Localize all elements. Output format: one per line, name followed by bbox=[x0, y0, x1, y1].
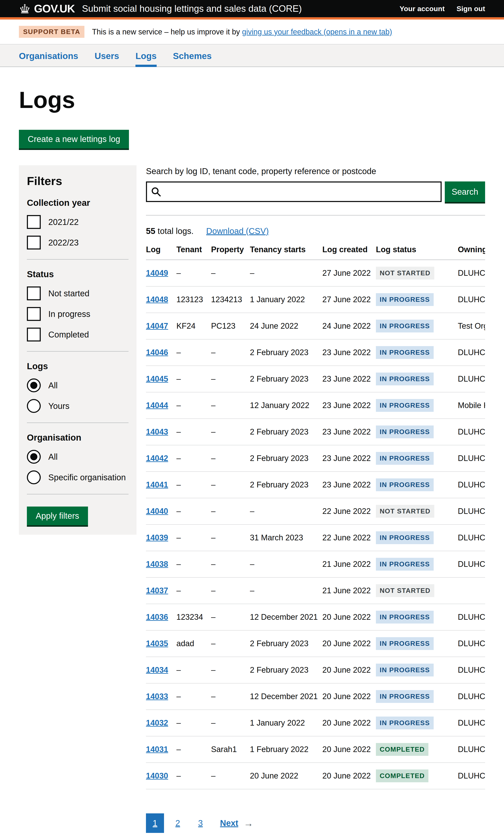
radio-label: All bbox=[48, 381, 58, 390]
pagination: 1 2 3 Next → bbox=[146, 813, 485, 833]
owning-organisation-cell: Test Organisation bbox=[458, 313, 485, 339]
tenant-cell: – bbox=[176, 684, 211, 710]
property-cell: Sarah1 bbox=[211, 736, 250, 763]
log-created-cell: 21 June 2022 bbox=[322, 551, 376, 577]
log-created-cell: 20 June 2022 bbox=[322, 763, 376, 789]
download-csv-link[interactable]: Download (CSV) bbox=[206, 226, 269, 236]
tenancy-starts-cell: 2 February 2023 bbox=[250, 472, 322, 498]
owning-organisation-cell: DLUHC bbox=[458, 551, 485, 577]
your-account-link[interactable]: Your account bbox=[400, 5, 445, 13]
table-row: 14033 – – 12 December 2021 20 June 2022 … bbox=[146, 684, 485, 710]
filter-divider bbox=[27, 423, 128, 423]
table-row: 14032 – – 1 January 2022 20 June 2022 IN… bbox=[146, 710, 485, 736]
primary-nav-link[interactable]: Users bbox=[95, 44, 119, 66]
primary-nav-link[interactable]: Organisations bbox=[19, 44, 78, 66]
govuk-header: GOV.UK Submit social housing lettings an… bbox=[0, 0, 504, 20]
results-divider bbox=[146, 215, 485, 216]
collection-year-option[interactable]: 2021/22 bbox=[27, 215, 128, 229]
log-created-cell: 27 June 2022 bbox=[322, 260, 376, 286]
log-link[interactable]: 14040 bbox=[146, 507, 168, 515]
owning-organisation-cell: DLUHC Test Organisation bbox=[458, 736, 485, 763]
crown-icon bbox=[19, 4, 31, 14]
tenant-cell: – bbox=[176, 260, 211, 286]
logs-option[interactable]: Yours bbox=[27, 399, 128, 413]
pagination-page-link[interactable]: 3 bbox=[191, 813, 209, 833]
status-heading: Status bbox=[27, 269, 128, 279]
owning-organisation-cell: DLUHC Test Organisation bbox=[458, 339, 485, 366]
table-row: 14049 – – – 27 June 2022 NOT STARTED DLU… bbox=[146, 260, 485, 286]
radio-button[interactable] bbox=[27, 379, 41, 392]
log-created-cell: 23 June 2022 bbox=[322, 472, 376, 498]
pagination-page-link[interactable]: 1 bbox=[146, 813, 164, 833]
tenant-cell: 123123 bbox=[176, 286, 211, 313]
header-logo-group[interactable]: GOV.UK Submit social housing lettings an… bbox=[19, 2, 302, 15]
log-link[interactable]: 14035 bbox=[146, 639, 168, 648]
tenant-cell: – bbox=[176, 710, 211, 736]
log-link[interactable]: 14032 bbox=[146, 718, 168, 727]
log-link[interactable]: 14041 bbox=[146, 480, 168, 489]
status-option[interactable]: Not started bbox=[27, 286, 128, 300]
primary-nav-link[interactable]: Logs bbox=[136, 44, 157, 66]
pagination-next-link[interactable]: Next bbox=[220, 818, 238, 828]
log-link[interactable]: 14038 bbox=[146, 560, 168, 569]
log-created-cell: 23 June 2022 bbox=[322, 445, 376, 472]
search-input[interactable] bbox=[146, 181, 442, 202]
property-cell: – bbox=[211, 419, 250, 445]
log-link[interactable]: 14048 bbox=[146, 295, 168, 304]
service-name[interactable]: Submit social housing lettings and sales… bbox=[82, 3, 302, 14]
radio-button[interactable] bbox=[27, 470, 41, 484]
tenancy-starts-cell: 1 January 2022 bbox=[250, 710, 322, 736]
organisation-option[interactable]: Specific organisation bbox=[27, 470, 128, 484]
log-link[interactable]: 14030 bbox=[146, 771, 168, 780]
table-row: 14039 – – 31 March 2023 22 June 2022 IN … bbox=[146, 525, 485, 551]
search-button[interactable]: Search bbox=[445, 181, 485, 202]
sign-out-link[interactable]: Sign out bbox=[457, 5, 485, 13]
log-link[interactable]: 14049 bbox=[146, 269, 168, 278]
log-link[interactable]: 14043 bbox=[146, 427, 168, 436]
primary-nav-list: Organisations Users Logs Schemes bbox=[19, 44, 485, 66]
tenant-cell: – bbox=[176, 763, 211, 789]
log-link[interactable]: 14037 bbox=[146, 586, 168, 595]
pagination-page-link[interactable]: 2 bbox=[169, 813, 187, 833]
radio-button[interactable] bbox=[27, 450, 41, 464]
filter-divider bbox=[27, 259, 128, 260]
status-option[interactable]: In progress bbox=[27, 307, 128, 321]
checkbox[interactable] bbox=[27, 215, 41, 229]
tenancy-starts-cell: 12 December 2021 bbox=[250, 684, 322, 710]
logs-option[interactable]: All bbox=[27, 379, 128, 392]
log-created-cell: 21 June 2022 bbox=[322, 577, 376, 604]
organisation-heading: Organisation bbox=[27, 433, 128, 443]
primary-nav-link[interactable]: Schemes bbox=[173, 44, 212, 66]
create-lettings-log-button[interactable]: Create a new lettings log bbox=[19, 130, 129, 148]
log-link[interactable]: 14034 bbox=[146, 666, 168, 674]
tenant-cell: – bbox=[176, 419, 211, 445]
tenancy-starts-cell: 20 June 2022 bbox=[250, 763, 322, 789]
checkbox[interactable] bbox=[27, 328, 41, 342]
log-link[interactable]: 14045 bbox=[146, 374, 168, 383]
checkbox[interactable] bbox=[27, 307, 41, 321]
log-link[interactable]: 14044 bbox=[146, 401, 168, 410]
checkbox-label: 2021/22 bbox=[48, 217, 79, 227]
table-row: 14048 123123 1234213 1 January 2022 27 J… bbox=[146, 286, 485, 313]
log-link[interactable]: 14033 bbox=[146, 692, 168, 701]
log-link[interactable]: 14047 bbox=[146, 322, 168, 330]
log-link[interactable]: 14031 bbox=[146, 745, 168, 754]
apply-filters-button[interactable]: Apply filters bbox=[27, 507, 88, 525]
tenancy-starts-cell: 12 December 2021 bbox=[250, 604, 322, 630]
status-badge: IN PROGRESS bbox=[376, 372, 434, 385]
log-link[interactable]: 14036 bbox=[146, 613, 168, 622]
feedback-link[interactable]: giving us your feedback (opens in a new … bbox=[242, 27, 392, 36]
collection-year-option[interactable]: 2022/23 bbox=[27, 236, 128, 249]
radio-button[interactable] bbox=[27, 399, 41, 413]
owning-organisation-cell: DLUHC bbox=[458, 286, 485, 313]
checkbox[interactable] bbox=[27, 236, 41, 249]
log-created-cell: 20 June 2022 bbox=[322, 736, 376, 763]
log-created-cell: 20 June 2022 bbox=[322, 630, 376, 657]
status-option[interactable]: Completed bbox=[27, 328, 128, 342]
property-cell: – bbox=[211, 445, 250, 472]
log-link[interactable]: 14039 bbox=[146, 533, 168, 542]
checkbox[interactable] bbox=[27, 286, 41, 300]
log-link[interactable]: 14046 bbox=[146, 348, 168, 357]
organisation-option[interactable]: All bbox=[27, 450, 128, 464]
log-link[interactable]: 14042 bbox=[146, 454, 168, 463]
